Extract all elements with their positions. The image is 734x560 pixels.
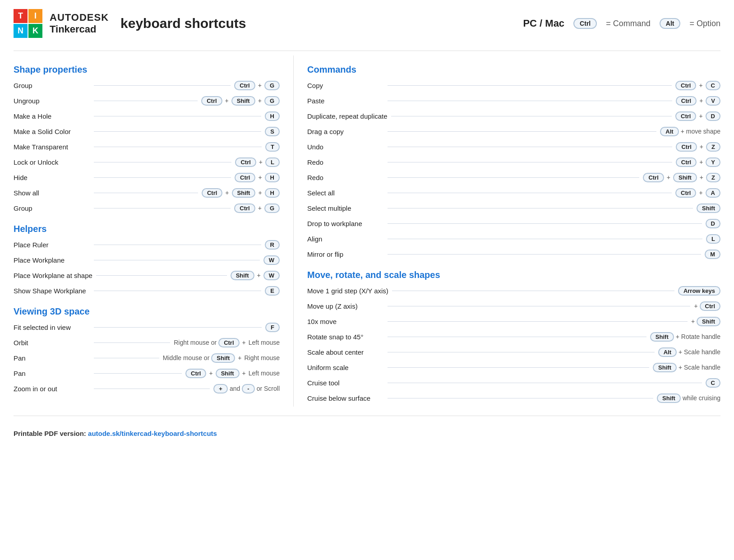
shortcut-row: Paste Ctrl+V: [307, 94, 720, 107]
shortcut-row: Drop to workplane D: [307, 217, 720, 230]
shortcut-keys: Ctrl+H: [235, 173, 280, 182]
key-badge: Ctrl: [201, 96, 222, 106]
plus-sign: +: [224, 97, 230, 104]
shortcut-keys: Ctrl+Z: [676, 142, 720, 152]
mouse-text: + Scale handle: [679, 364, 720, 371]
shortcut-keys: Shift+ Scale handle: [653, 363, 720, 372]
shortcut-line: [94, 291, 261, 291]
key-badge: Ctrl: [676, 96, 697, 106]
alt-key-header: Alt: [660, 18, 681, 29]
section-helpers: Helpers: [14, 224, 280, 234]
shortcut-line: [96, 275, 227, 276]
mouse-text: or Scroll: [257, 385, 280, 392]
key-badge: T: [265, 142, 280, 152]
shortcut-keys: Arrow keys: [678, 286, 720, 296]
shortcut-keys: E: [265, 286, 280, 296]
key-badge: G: [264, 96, 280, 106]
shortcut-keys: Shift+W: [231, 271, 280, 280]
plus-sign: +: [698, 158, 704, 166]
pc-mac-label: PC / Mac: [523, 18, 564, 29]
key-badge: S: [265, 127, 280, 136]
shape-properties-list: Group Ctrl+G Ungroup Ctrl+Shift+G Make a…: [14, 79, 280, 215]
shortcut-keys: Middle mouse orShift+Right mouse: [163, 353, 280, 363]
shortcut-row: Make a Solid Color S: [14, 125, 280, 138]
shortcut-row: Place Workplane at shape Shift+W: [14, 268, 280, 282]
shortcut-line: [388, 177, 639, 178]
commands-list: Copy Ctrl+C Paste Ctrl+V Duplicate, repe…: [307, 79, 720, 261]
key-badge: E: [265, 286, 280, 296]
mouse-text: + move shape: [681, 128, 720, 135]
shortcut-row: Move up (Z axis) +Ctrl: [307, 299, 720, 313]
plus-sign: +: [698, 82, 703, 89]
shortcut-label: Show Shape Workplane: [14, 287, 90, 295]
shortcut-line: [94, 245, 261, 245]
key-badge: Shift: [232, 188, 256, 198]
key-badge: Ctrl: [700, 301, 720, 311]
shortcut-line: [388, 101, 672, 101]
shortcut-keys: Alt+ Scale handle: [658, 347, 720, 357]
shortcut-row: Move 1 grid step (X/Y axis) Arrow keys: [307, 284, 720, 297]
logo: T I N K: [14, 9, 42, 38]
shortcut-line: [94, 327, 262, 328]
footer: Printable PDF version: autode.sk/tinkerc…: [14, 430, 720, 437]
shortcut-label: Make a Solid Color: [14, 128, 90, 135]
shortcut-row: Orbit Right mouse orCtrl+Left mouse: [14, 336, 280, 349]
shortcut-keys: Ctrl+V: [676, 96, 720, 106]
shortcut-keys: Shift: [697, 204, 720, 213]
mouse-text: Right mouse or: [174, 339, 217, 346]
shortcut-line: [388, 239, 702, 239]
mouse-text: Left mouse: [249, 339, 280, 346]
key-badge: Shift: [697, 204, 720, 213]
key-badge: Ctrl: [675, 111, 696, 121]
mouse-text: +: [691, 318, 695, 325]
key-badge: W: [263, 271, 280, 280]
shortcut-keys: Right mouse orCtrl+Left mouse: [174, 338, 280, 347]
shortcut-label: Move 1 grid step (X/Y axis): [307, 287, 388, 295]
shortcut-line: [388, 208, 693, 208]
footer-link[interactable]: autode.sk/tinkercad-keyboard-shortcuts: [88, 430, 217, 437]
shortcut-label: Orbit: [14, 339, 90, 347]
shortcut-row: Zoom in or out +and-or Scroll: [14, 382, 280, 395]
plus-sign: +: [257, 82, 263, 89]
shortcut-label: Copy: [307, 82, 384, 89]
key-badge: F: [265, 323, 280, 332]
ctrl-key-header: Ctrl: [573, 18, 597, 29]
mouse-text: +: [694, 302, 697, 310]
shortcut-line: [391, 116, 672, 116]
shortcut-label: Drag a copy: [307, 128, 384, 135]
key-badge: Ctrl: [675, 188, 696, 198]
shortcut-label: Hide: [14, 174, 90, 181]
shortcut-line: [388, 367, 649, 368]
shortcut-row: Uniform scale Shift+ Scale handle: [307, 361, 720, 374]
shortcut-label: Place Workplane: [14, 256, 90, 264]
shortcut-keys: Ctrl+C: [675, 81, 720, 90]
shortcut-line: [392, 291, 674, 291]
shortcut-row: 10x move +Shift: [307, 315, 720, 328]
shortcut-row: Make Transparent T: [14, 140, 280, 153]
shortcut-keys: Ctrl+Shift+Z: [643, 173, 720, 182]
shortcut-line: [94, 260, 260, 260]
key-badge: C: [706, 81, 720, 90]
plus-sign: +: [257, 204, 263, 212]
shortcut-keys: M: [705, 250, 720, 259]
shortcut-keys: +and-or Scroll: [213, 384, 280, 393]
plus-sign: +: [257, 97, 263, 104]
shortcut-row: Mirror or flip M: [307, 247, 720, 261]
key-badge: -: [242, 384, 254, 393]
mouse-text: Middle mouse or: [163, 354, 210, 361]
mouse-text: + Rotate handle: [676, 333, 720, 340]
shortcut-label: Show all: [14, 189, 90, 197]
key-badge: Shift: [697, 317, 720, 326]
shortcut-line: [388, 337, 646, 337]
shortcut-keys: Ctrl+D: [675, 111, 720, 121]
shortcut-keys: Shift+ Rotate handle: [650, 332, 720, 342]
shortcut-line: [94, 358, 159, 358]
shortcut-label: Drop to workplane: [307, 220, 384, 227]
shortcut-row: Hide Ctrl+H: [14, 171, 280, 184]
eq2-text: = Option: [689, 19, 720, 28]
plus-sign: +: [224, 189, 230, 196]
key-badge: Z: [706, 173, 720, 182]
shortcut-row: Lock or Unlock Ctrl+L: [14, 155, 280, 169]
shortcut-line: [388, 85, 672, 86]
shortcut-keys: Ctrl+Shift+H: [202, 188, 280, 198]
